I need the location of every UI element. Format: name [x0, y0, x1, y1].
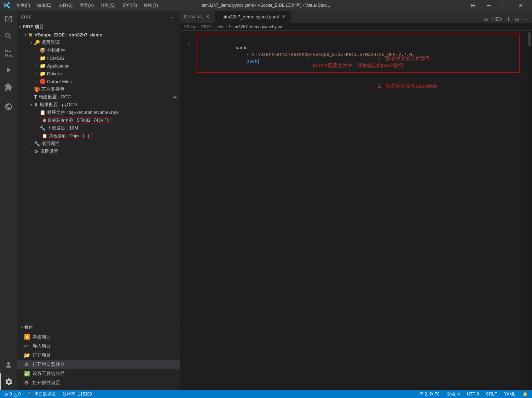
status-cursor[interactable]: 行 2, 列 70: [418, 391, 441, 397]
project-props-label: 项目属性: [41, 140, 60, 147]
cmsis-label: ::CMSIS: [47, 56, 64, 61]
build-config-label: 构建配置 : GCC: [39, 94, 173, 100]
minimize-button[interactable]: ─: [481, 0, 497, 11]
tab-close-yaml[interactable]: ✕: [281, 14, 287, 19]
spaces-label: 空格: 4: [447, 391, 460, 397]
editor-area: C main.c ✕ ! stm32h7_demo.pyocd.yaml ✕ ⊟…: [180, 11, 532, 390]
ops-header[interactable]: ▾ 操作: [17, 323, 180, 331]
activity-account[interactable]: [0, 356, 17, 373]
status-baud[interactable]: 波特率: 115200: [61, 391, 93, 397]
menu-terminal[interactable]: 终端(T): [141, 2, 161, 9]
new-project-label: 新建项目: [33, 334, 51, 340]
tree-resources[interactable]: ▾ 🔑 项目资源: [17, 39, 180, 46]
eide-section-label: EIDE 项目: [23, 24, 44, 30]
code-content[interactable]: pack: - C:\Users\eric\Desktop\VScope_EID…: [194, 31, 527, 390]
activity-extensions[interactable]: [0, 79, 17, 96]
menu-run[interactable]: 运行(R): [120, 2, 140, 9]
breadcrumb-eide[interactable]: .eide: [215, 24, 225, 29]
window-icon-btn[interactable]: ⊞: [465, 0, 481, 11]
menu-more[interactable]: ···: [162, 2, 172, 9]
menu-edit[interactable]: 编辑(E): [34, 2, 54, 9]
tree-build-config[interactable]: › T 构建配置 : GCC ⇌: [17, 93, 180, 101]
c-file-icon: C: [184, 14, 187, 19]
folder-icon: 📁: [40, 63, 46, 69]
key-icon: 🔑: [34, 40, 40, 45]
tree-target-chip[interactable]: 🖥 目标芯片名称 : STM32H743VITx: [17, 116, 180, 124]
expand-icon: ▾: [17, 25, 23, 29]
tree-download-speed[interactable]: › 🔧 下载速度 : 10M: [17, 124, 180, 132]
ops-plugin-settings[interactable]: ⚙ 打开插件设置: [17, 378, 180, 387]
tab-action-download[interactable]: ⬇: [505, 16, 512, 23]
status-eol[interactable]: CRLF: [485, 392, 498, 397]
tree-project-root[interactable]: ▾ 🖥 VScope_EIDE : stm32h7_demo: [17, 31, 180, 39]
tree-chip-pack[interactable]: › 🎁 芯片支持包: [17, 85, 180, 93]
eol-label: CRLF: [486, 392, 497, 397]
gift-icon: 🎁: [34, 86, 40, 92]
ops-open-project[interactable]: 📂 打开项目: [17, 351, 180, 360]
serial-plug-icon: 🔌: [28, 392, 33, 397]
status-encoding[interactable]: UTF-8: [466, 392, 480, 397]
plugin-settings-label: 打开插件设置: [33, 380, 60, 386]
close-button[interactable]: ✕: [513, 0, 528, 11]
minimap: [527, 31, 532, 390]
activity-scm[interactable]: [0, 45, 17, 62]
activity-search[interactable]: [0, 28, 17, 45]
breadcrumb: VScope_EIDE › .eide › ! stm32h7_demo.pyo…: [180, 23, 532, 31]
folder-icon: 📁: [40, 55, 46, 61]
activity-explorer[interactable]: [0, 11, 17, 28]
window-controls: ⊞ ─ □ ✕: [465, 0, 528, 11]
tab-action-more[interactable]: ···: [522, 16, 529, 23]
status-lang[interactable]: YAML: [503, 392, 517, 397]
tab-action-layout[interactable]: ⊞: [514, 16, 521, 23]
tab-close-main-c[interactable]: ✕: [205, 14, 210, 19]
tree-drivers[interactable]: › 📁 Drivers: [17, 70, 180, 77]
tab-action-hex[interactable]: HEX: [491, 16, 504, 23]
tab-main-c[interactable]: C main.c ✕: [180, 11, 215, 23]
activity-settings[interactable]: [0, 373, 17, 390]
status-errors[interactable]: ⊗ 0 △ 0: [3, 392, 22, 397]
other-options-label: 其他选项 : Object {...}: [49, 133, 89, 139]
tree-program-file[interactable]: › 📋 程序文件 : ${ExecutableName}.hex: [17, 109, 180, 116]
menu-goto[interactable]: 转到(G): [98, 2, 118, 9]
status-bell[interactable]: 🔔: [521, 392, 529, 397]
tab-action-split[interactable]: ⊟: [482, 16, 490, 23]
tree-application[interactable]: › 📁 Application: [17, 62, 180, 70]
box-annotation-text: pyocd配置文件中，添加指定的pack路径: [313, 63, 404, 69]
menu-file[interactable]: 文件(F): [13, 2, 33, 9]
status-serial[interactable]: 🔌 串口监视器: [26, 391, 57, 397]
sidebar-more-button[interactable]: ···: [168, 13, 175, 21]
activity-remote[interactable]: [0, 98, 17, 115]
line-numbers: 1 2: [180, 31, 194, 390]
build-action-icon[interactable]: ⇌: [173, 94, 177, 100]
ops-new-project[interactable]: 🔼 新建项目: [17, 332, 180, 341]
tree-project-settings[interactable]: › ⚙ 项目设置: [17, 148, 180, 155]
breadcrumb-file[interactable]: stm32h7_demo.pyocd.yaml: [231, 24, 283, 29]
cursor-pos-label: 行 2, 列 70: [419, 391, 439, 397]
tab-yaml[interactable]: ! stm32h7_demo.pyocd.yaml ✕: [215, 11, 291, 23]
peripheral-label: 外设组件: [47, 47, 65, 53]
tree-output-files[interactable]: › 🔴 Output Files: [17, 77, 180, 85]
chip-icon: 🖥: [42, 118, 46, 123]
import-label: 导入项目: [33, 343, 51, 349]
breadcrumb-root[interactable]: VScope_EIDE: [184, 24, 211, 29]
ops-serial-monitor[interactable]: 🖥 打开串口监视器: [17, 360, 180, 369]
expand-icon: ›: [28, 87, 34, 91]
tab-yaml-label: stm32h7_demo.pyocd.yaml: [222, 14, 279, 19]
tree-flash-config[interactable]: ▾ ⬇ 烧录配置 : pyOCD: [17, 101, 180, 109]
breadcrumb-sep-1: ›: [213, 24, 214, 29]
activity-run[interactable]: [0, 62, 17, 79]
tree-project-props[interactable]: › 🔧 项目属性: [17, 140, 180, 148]
menu-select[interactable]: 选择(S): [56, 2, 75, 9]
tree-cmsis[interactable]: › 📁 ::CMSIS: [17, 54, 180, 62]
toolchain-label: 设置工具链路径: [33, 370, 65, 377]
ops-set-toolchain[interactable]: ✅ 设置工具链路径: [17, 369, 180, 378]
tree-other-options[interactable]: 📋 其他选项 : Object {...}: [17, 132, 180, 140]
tree-peripheral[interactable]: › 📦 外设组件: [17, 46, 180, 54]
maximize-button[interactable]: □: [497, 0, 513, 11]
bell-icon: 🔔: [522, 392, 528, 397]
menu-view[interactable]: 查看(V): [77, 2, 97, 9]
status-spaces[interactable]: 空格: 4: [445, 391, 461, 397]
ops-import-project[interactable]: ↩ 导入项目: [17, 341, 180, 351]
download-speed-label: 下载速度 : 10M: [47, 125, 78, 131]
tree-section-eide[interactable]: ▾ EIDE 项目: [17, 23, 180, 31]
